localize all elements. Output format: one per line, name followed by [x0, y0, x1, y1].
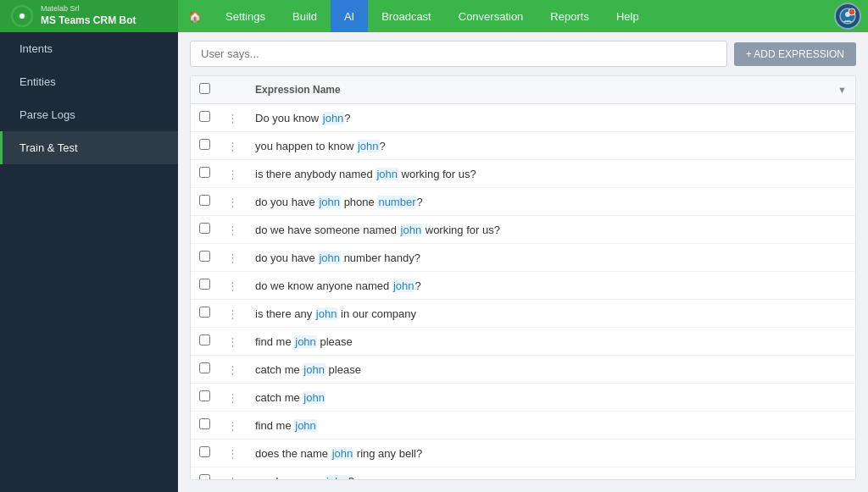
nav-home[interactable]: 🏠: [178, 0, 212, 32]
main-layout: Intents Entities Parse Logs Train & Test…: [0, 32, 868, 492]
nav-settings[interactable]: Settings: [212, 0, 279, 32]
row-menu-icon[interactable]: ⋮: [219, 132, 247, 160]
row-checkbox[interactable]: [199, 279, 210, 290]
nav-ai[interactable]: AI: [331, 0, 368, 32]
table-row: ⋮is there any john in our company: [191, 300, 855, 328]
table-row: ⋮find me john: [191, 412, 855, 439]
entity-highlight: john: [294, 335, 317, 348]
row-menu-icon[interactable]: ⋮: [219, 356, 247, 384]
nav-help[interactable]: Help: [603, 0, 653, 32]
row-checkbox[interactable]: [199, 390, 210, 401]
row-checkbox-cell: [191, 328, 219, 356]
nav-build[interactable]: Build: [279, 0, 331, 32]
row-expression-cell: find me john please: [247, 328, 829, 356]
header-menu-cell: [219, 76, 247, 104]
row-checkbox[interactable]: [199, 474, 210, 480]
entity-highlight: john: [400, 224, 423, 236]
table-header-row: Expression Name ▼: [191, 76, 855, 104]
row-expression-cell: does the name john ring any bell?: [247, 439, 829, 467]
row-checkbox[interactable]: [199, 223, 210, 234]
row-menu-icon[interactable]: ⋮: [219, 104, 247, 132]
table-row: ⋮do we know anyone named john?: [191, 272, 855, 300]
row-checkbox-cell: [191, 439, 219, 467]
row-expression-cell: do you have john number handy?: [247, 244, 829, 272]
row-menu-icon[interactable]: ⋮: [219, 467, 247, 481]
row-expression-cell: find me john: [247, 412, 829, 439]
table-row: ⋮find me john please: [191, 328, 855, 356]
row-checkbox-cell: [191, 412, 219, 439]
row-checkbox[interactable]: [199, 251, 210, 262]
table-row: ⋮do you have john number handy?: [191, 244, 855, 272]
row-checkbox[interactable]: [199, 195, 210, 206]
add-expression-button[interactable]: + ADD EXPRESSION: [734, 42, 856, 66]
row-expression-cell: do we know anyone named john?: [247, 272, 829, 300]
entity-highlight: john: [318, 252, 341, 264]
row-menu-icon[interactable]: ⋮: [219, 188, 247, 216]
row-menu-icon[interactable]: ⋮: [219, 384, 247, 412]
table-body: ⋮Do you know john?⋮you happen to know jo…: [191, 104, 855, 481]
row-expression-cell: catch me john please: [247, 356, 829, 384]
nav-broadcast[interactable]: Broadcast: [368, 0, 445, 32]
entity-highlight: john: [392, 279, 415, 292]
table-row: ⋮catch me john: [191, 384, 855, 412]
row-checkbox[interactable]: [199, 334, 210, 346]
table-row: ⋮is there anybody named john working for…: [191, 160, 855, 188]
nav-conversation[interactable]: Conversation: [445, 0, 537, 32]
row-menu-icon[interactable]: ⋮: [219, 160, 247, 188]
row-expression-cell: catch me john: [247, 384, 829, 412]
search-input[interactable]: [190, 41, 727, 67]
expressions-table-container[interactable]: Expression Name ▼ ⋮Do you know john?⋮you…: [190, 75, 856, 480]
row-checkbox-cell: [191, 384, 219, 412]
sidebar: Intents Entities Parse Logs Train & Test: [0, 32, 178, 492]
row-expression-cell: do we have someone named john working fo…: [247, 216, 829, 244]
row-checkbox[interactable]: [199, 307, 210, 318]
table-row: ⋮you kown any john?: [191, 467, 855, 481]
entity-highlight: john: [303, 363, 326, 376]
row-checkbox[interactable]: [199, 418, 210, 429]
table-row: ⋮Do you know john?: [191, 104, 855, 132]
row-menu-icon[interactable]: ⋮: [219, 412, 247, 439]
entity-highlight: john: [326, 475, 348, 481]
header-checkbox-cell: [191, 76, 219, 104]
row-menu-icon[interactable]: ⋮: [219, 300, 247, 328]
row-menu-icon[interactable]: ⋮: [219, 244, 247, 272]
row-menu-icon[interactable]: ⋮: [219, 328, 247, 356]
row-checkbox[interactable]: [199, 111, 210, 122]
row-expression-cell: you kown any john?: [247, 467, 829, 481]
sidebar-item-entities[interactable]: Entities: [0, 65, 178, 98]
sidebar-item-intents[interactable]: Intents: [0, 32, 178, 65]
company-name: Matelab Srl: [41, 4, 136, 14]
user-avatar[interactable]: [834, 3, 861, 30]
table-row: ⋮you happen to know john?: [191, 132, 855, 160]
row-expression-cell: you happen to know john?: [247, 132, 829, 160]
row-checkbox-cell: [191, 132, 219, 160]
row-checkbox[interactable]: [199, 167, 210, 178]
row-checkbox[interactable]: [199, 362, 210, 373]
table-row: ⋮catch me john please: [191, 356, 855, 384]
row-menu-icon[interactable]: ⋮: [219, 216, 247, 244]
row-checkbox[interactable]: [199, 446, 210, 457]
app-name: MS Teams CRM Bot: [41, 14, 136, 28]
select-all-checkbox[interactable]: [199, 83, 210, 94]
nav-reports[interactable]: Reports: [537, 0, 603, 32]
svg-point-1: [19, 14, 25, 19]
sidebar-item-train-test[interactable]: Train & Test: [0, 131, 178, 164]
sidebar-item-parse-logs[interactable]: Parse Logs: [0, 98, 178, 131]
row-expression-cell: is there anybody named john working for …: [247, 160, 829, 188]
header-filter[interactable]: ▼: [829, 76, 855, 104]
top-navigation: Matelab Srl MS Teams CRM Bot 🏠 Settings …: [0, 0, 868, 32]
row-menu-icon[interactable]: ⋮: [219, 439, 247, 467]
logo-icon: [10, 4, 34, 28]
row-checkbox-cell: [191, 188, 219, 216]
toolbar: + ADD EXPRESSION: [178, 32, 868, 75]
table-row: ⋮does the name john ring any bell?: [191, 439, 855, 467]
table-row: ⋮do you have john phone number?: [191, 188, 855, 216]
entity-highlight: john: [294, 419, 317, 432]
row-expression-cell: do you have john phone number?: [247, 188, 829, 216]
row-checkbox-cell: [191, 104, 219, 132]
table-row: ⋮do we have someone named john working f…: [191, 216, 855, 244]
row-checkbox[interactable]: [199, 139, 210, 150]
entity-highlight: number: [377, 196, 416, 208]
expressions-table: Expression Name ▼ ⋮Do you know john?⋮you…: [191, 76, 855, 480]
row-menu-icon[interactable]: ⋮: [219, 272, 247, 300]
